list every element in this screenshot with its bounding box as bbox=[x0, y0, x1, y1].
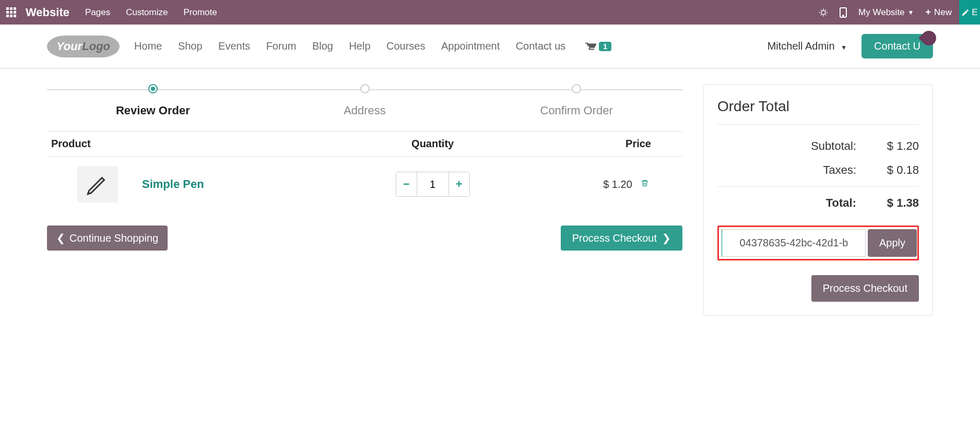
user-menu[interactable]: Mitchell Admin ▼ bbox=[768, 40, 847, 52]
chevron-down-icon: ▼ bbox=[841, 44, 847, 51]
apply-promo-button[interactable]: Apply bbox=[868, 229, 917, 257]
product-image[interactable] bbox=[77, 166, 118, 203]
process-checkout-button[interactable]: Process Checkout ❯ bbox=[561, 226, 682, 251]
quantity-stepper: − + bbox=[396, 172, 470, 197]
step-review[interactable]: Review Order bbox=[47, 84, 259, 117]
site-header: YourLogo Home Shop Events Forum Blog Hel… bbox=[0, 25, 980, 68]
qty-input[interactable] bbox=[417, 172, 448, 196]
svg-point-0 bbox=[821, 10, 825, 15]
contact-us-button[interactable]: Contact U bbox=[861, 34, 933, 58]
svg-point-2 bbox=[843, 15, 844, 16]
product-link[interactable]: Simple Pen bbox=[126, 177, 204, 191]
site-nav: Home Shop Events Forum Blog Help Courses… bbox=[134, 40, 579, 52]
step-dot bbox=[360, 84, 370, 93]
panel-title: Order Total bbox=[717, 98, 919, 115]
qty-decrease-button[interactable]: − bbox=[396, 172, 417, 196]
nav-contactus[interactable]: Contact us bbox=[516, 40, 566, 52]
admin-topbar: Website Pages Customize Promote My Websi… bbox=[0, 0, 980, 25]
cart-button[interactable]: 1 bbox=[584, 41, 611, 52]
step-address[interactable]: Address bbox=[259, 84, 471, 117]
process-checkout-button-2[interactable]: Process Checkout bbox=[811, 275, 919, 302]
cart-badge: 1 bbox=[599, 42, 611, 51]
nav-blog[interactable]: Blog bbox=[312, 40, 333, 52]
nav-appointment[interactable]: Appointment bbox=[441, 40, 500, 52]
checkout-steps: Review Order Address Confirm Order bbox=[47, 84, 682, 117]
mobile-icon[interactable] bbox=[840, 7, 847, 18]
menu-customize[interactable]: Customize bbox=[126, 7, 168, 18]
order-total-panel: Order Total Subtotal: $ 1.20 Taxes: $ 0.… bbox=[703, 84, 933, 316]
nav-help[interactable]: Help bbox=[349, 40, 370, 52]
menu-pages[interactable]: Pages bbox=[85, 7, 110, 18]
step-confirm[interactable]: Confirm Order bbox=[470, 84, 682, 117]
nav-home[interactable]: Home bbox=[134, 40, 162, 52]
order-table: Product Quantity Price Simple bbox=[47, 131, 682, 212]
bug-icon[interactable] bbox=[819, 8, 828, 17]
nav-events[interactable]: Events bbox=[218, 40, 250, 52]
website-switcher[interactable]: My Website▼ bbox=[858, 7, 914, 18]
total-row: Total: $ 1.38 bbox=[717, 186, 919, 215]
trash-icon bbox=[641, 179, 649, 188]
th-product: Product bbox=[47, 132, 332, 157]
remove-line-button[interactable] bbox=[636, 157, 682, 212]
taxes-row: Taxes: $ 0.18 bbox=[717, 158, 919, 182]
continue-shopping-button[interactable]: ❮ Continue Shopping bbox=[47, 226, 168, 251]
plus-icon: + bbox=[925, 7, 931, 18]
edit-button[interactable]: E bbox=[959, 0, 980, 25]
step-dot-active bbox=[148, 84, 158, 93]
th-quantity: Quantity bbox=[332, 132, 534, 157]
table-row: Simple Pen − + $ 1.20 bbox=[47, 157, 682, 212]
new-button[interactable]: + New bbox=[925, 7, 952, 18]
nav-courses[interactable]: Courses bbox=[386, 40, 425, 52]
nav-forum[interactable]: Forum bbox=[266, 40, 297, 52]
chevron-down-icon: ▼ bbox=[908, 9, 914, 16]
promo-code-group: Apply bbox=[717, 226, 919, 260]
step-dot bbox=[572, 84, 581, 93]
subtotal-row: Subtotal: $ 1.20 bbox=[717, 134, 919, 158]
nav-shop[interactable]: Shop bbox=[178, 40, 203, 52]
qty-increase-button[interactable]: + bbox=[448, 172, 469, 196]
promo-code-input[interactable] bbox=[721, 229, 866, 257]
th-price: Price bbox=[534, 132, 683, 157]
menu-promote[interactable]: Promote bbox=[183, 7, 217, 18]
line-price: $ 1.20 bbox=[534, 157, 636, 212]
chevron-right-icon: ❯ bbox=[662, 232, 671, 244]
pen-icon bbox=[85, 171, 111, 197]
app-name[interactable]: Website bbox=[26, 6, 69, 19]
apps-icon[interactable] bbox=[6, 7, 16, 17]
site-logo[interactable]: YourLogo bbox=[47, 35, 120, 57]
cart-icon bbox=[584, 41, 597, 52]
color-drop-icon bbox=[918, 28, 939, 49]
chevron-left-icon: ❮ bbox=[56, 232, 65, 244]
